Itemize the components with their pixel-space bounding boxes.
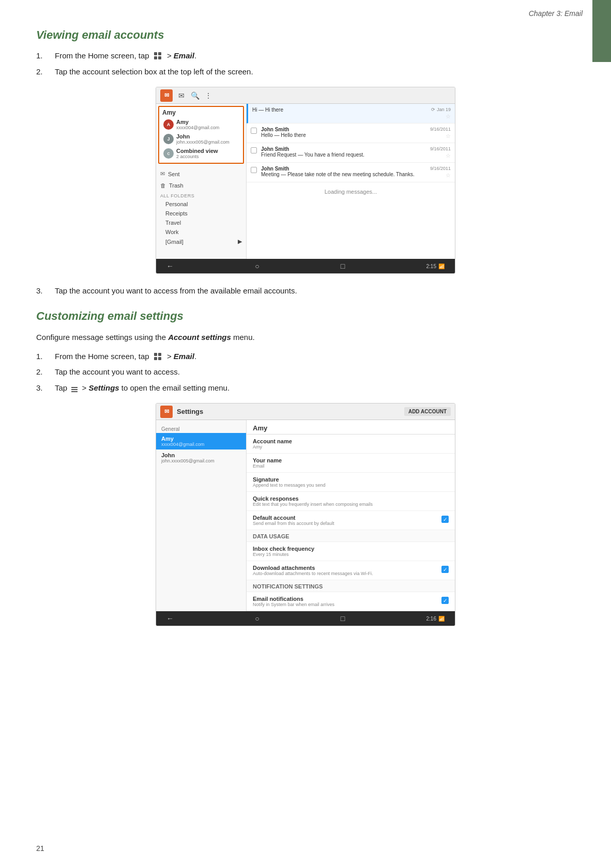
email-item-1[interactable]: Hi — Hi there ⟳ Jan 19 ☆	[247, 104, 455, 123]
sidebar-menu: ✉ Sent 🗑 Trash ALL FOLDERS Personal Rece…	[156, 166, 246, 249]
email-content-2: John Smith Hello — Hello there	[261, 127, 426, 138]
settings-title: Settings	[177, 408, 203, 415]
dropdown-title: Amy	[162, 109, 240, 116]
setting-account-name[interactable]: Account name Amy	[247, 435, 455, 454]
section1-title: Viewing email accounts	[36, 28, 575, 42]
settings-status-bar: 2:16 📶	[426, 616, 445, 622]
section2-title: Customizing email settings	[36, 309, 575, 323]
back-button[interactable]: ←	[166, 262, 174, 270]
folder-travel[interactable]: Travel	[156, 218, 246, 227]
menu-icon	[71, 385, 78, 392]
screenshot2: ✉ Settings ADD ACCOUNT General Amy xxxx0…	[156, 403, 455, 626]
sent-label: Sent	[168, 171, 180, 177]
combined-avatar: C	[163, 148, 174, 159]
notification-section: NOTIFICATION SETTINGS	[247, 580, 455, 592]
amy-info: Amy xxxx004@gmail.com	[176, 119, 239, 130]
settings-logo: ✉	[160, 406, 173, 418]
trash-icon: 🗑	[160, 182, 166, 189]
email-content-1: Hi — Hi there	[252, 107, 427, 113]
grid-icon	[154, 52, 163, 61]
general-label: General	[156, 424, 246, 433]
trash-label: Trash	[169, 182, 184, 189]
settings-right-header: Amy	[247, 420, 455, 435]
account-john[interactable]: J John john.xxxx005@gmail.com	[162, 132, 240, 146]
account-dropdown[interactable]: Amy A Amy xxxx004@gmail.com J John	[158, 106, 244, 164]
folder-gmail[interactable]: [Gmail] ▶	[156, 237, 246, 246]
step1-2: 2. Tap the account selection box at the …	[36, 66, 575, 78]
settings-sidebar: General Amy xxxx004@gmail.com John john.…	[156, 420, 247, 611]
settings-time-display: 2:16	[426, 616, 436, 622]
svg-rect-0	[154, 52, 157, 55]
step2-1: 1. From the Home screen, tap > Email.	[36, 351, 575, 363]
settings-account-amy[interactable]: Amy xxxx004@gmail.com	[156, 433, 246, 450]
account-combined[interactable]: C Combined view 2 accounts	[162, 146, 240, 161]
setting-inbox-frequency[interactable]: Inbox check frequency Every 15 minutes	[247, 542, 455, 561]
john-avatar: J	[163, 134, 174, 144]
john-info: John john.xxxx005@gmail.com	[176, 133, 239, 145]
data-usage-section: DATA USAGE	[247, 530, 455, 542]
setting-your-name[interactable]: Your name Email	[247, 454, 455, 473]
svg-rect-10	[71, 391, 78, 392]
folder-work[interactable]: Work	[156, 227, 246, 237]
setting-default-account[interactable]: Default account Send email from this acc…	[247, 511, 455, 530]
amy-avatar: A	[163, 119, 174, 130]
default-account-checkbox[interactable]: ✓	[441, 516, 449, 523]
loading-message: Loading messages...	[247, 182, 455, 201]
setting-quick-responses[interactable]: Quick responses Edit text that you frequ…	[247, 492, 455, 511]
settings-signal-icon: 📶	[438, 616, 445, 622]
svg-rect-7	[158, 357, 161, 360]
step1-3: 3. Tap the account you want to access fr…	[36, 285, 575, 297]
email-topbar: ✉ ✉ 🔍 ⋮	[156, 87, 455, 104]
email-checkbox-3[interactable]	[251, 147, 257, 153]
email-meta-4: 9/16/2011 ☆	[430, 166, 451, 179]
status-bar: 2:15 📶	[426, 264, 445, 269]
folder-receipts[interactable]: Receipts	[156, 209, 246, 218]
svg-rect-9	[71, 389, 78, 390]
sidebar-trash[interactable]: 🗑 Trash	[156, 180, 246, 191]
step2-3: 3. Tap > Settings to open the email sett…	[36, 382, 575, 394]
settings-home-button[interactable]: ○	[255, 614, 259, 623]
folder-personal[interactable]: Personal	[156, 199, 246, 209]
recent-button[interactable]: □	[341, 262, 345, 270]
section2-steps: 1. From the Home screen, tap > Email. 2.…	[36, 351, 575, 394]
email-notifications-checkbox[interactable]: ✓	[441, 597, 449, 604]
email-content-3: John Smith Friend Request — You have a f…	[261, 146, 426, 158]
compose-icon[interactable]: ✉	[177, 91, 186, 100]
screenshot1: ✉ ✉ 🔍 ⋮ Amy A Amy	[156, 87, 455, 274]
grid-icon2	[154, 352, 163, 362]
svg-rect-4	[154, 353, 157, 356]
chapter-tab	[592, 0, 611, 62]
all-folders-label: ALL FOLDERS	[156, 191, 246, 199]
setting-download-attachments[interactable]: Download attachments Auto-download attac…	[247, 561, 455, 580]
more-icon[interactable]: ⋮	[204, 91, 213, 100]
email-item-4[interactable]: John Smith Meeting — Please take note of…	[247, 163, 455, 182]
chapter-header: Chapter 3: Email	[529, 9, 583, 18]
sidebar-sent[interactable]: ✉ Sent	[156, 168, 246, 180]
email-logo: ✉	[160, 89, 173, 102]
step2-2: 2. Tap the account you want to access.	[36, 366, 575, 378]
email-checkbox-2[interactable]	[251, 128, 257, 134]
home-button[interactable]: ○	[255, 262, 259, 270]
add-account-button[interactable]: ADD ACCOUNT	[404, 407, 451, 416]
email-item-3[interactable]: John Smith Friend Request — You have a f…	[247, 143, 455, 163]
settings-back-button[interactable]: ←	[166, 614, 174, 623]
svg-rect-2	[154, 56, 157, 59]
combined-info: Combined view 2 accounts	[176, 148, 239, 159]
android-navbar: ← ○ □ 2:15 📶	[156, 259, 455, 273]
settings-content: Amy Account name Amy Your name Email	[247, 420, 455, 611]
email-meta-1: ⟳ Jan 19 ☆	[431, 107, 451, 120]
setting-signature[interactable]: Signature Append text to messages you se…	[247, 473, 455, 492]
download-attachments-checkbox[interactable]: ✓	[441, 566, 449, 573]
email-content-4: John Smith Meeting — Please take note of…	[261, 166, 426, 177]
settings-recent-button[interactable]: □	[341, 614, 345, 623]
email-item-2[interactable]: John Smith Hello — Hello there 9/16/2011…	[247, 123, 455, 143]
page-number: 21	[36, 844, 44, 853]
section2-intro: Configure message settings using the Acc…	[36, 331, 575, 344]
search-icon[interactable]: 🔍	[190, 91, 200, 100]
email-checkbox-4[interactable]	[251, 167, 257, 173]
settings-account-john[interactable]: John john.xxxx005@gmail.com	[156, 450, 246, 466]
signal-icon: 📶	[438, 264, 445, 269]
svg-rect-1	[158, 52, 161, 55]
setting-email-notifications[interactable]: Email notifications Notify in System bar…	[247, 592, 455, 611]
account-amy[interactable]: A Amy xxxx004@gmail.com	[162, 117, 240, 132]
